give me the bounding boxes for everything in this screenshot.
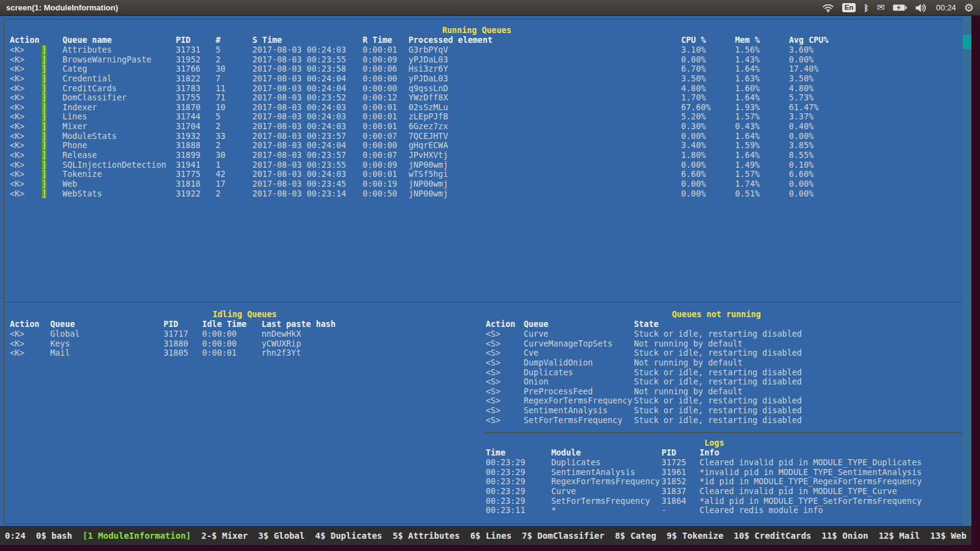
run-time: 0:00:00	[363, 141, 397, 151]
running-queue-row: <K> [] Tokenize 31775 42 2017-08-03 00:2…	[0, 170, 971, 179]
action-key: <S>	[486, 368, 500, 378]
start-time: 2017-08-03 00:24:03	[252, 170, 346, 179]
bracket-close: ]	[42, 103, 47, 113]
col-header-queue-name: Queue name	[62, 36, 112, 45]
start-time: 2017-08-03 00:24:03	[252, 45, 346, 55]
mem-percent: 1.59%	[735, 141, 760, 151]
processed-element: jNP00wmj	[409, 160, 448, 170]
queue-name: BrowseWarningPaste	[62, 55, 151, 65]
start-time: 2017-08-03 00:23:14	[252, 189, 346, 199]
cpu-percent: 5.20%	[681, 112, 706, 122]
wifi-icon[interactable]	[822, 3, 834, 13]
log-pid: 31725	[662, 458, 686, 468]
not-running-queue-row: <S> Curve Stuck or idle, restarting disa…	[0, 329, 971, 339]
queue-state: Not running by default	[634, 387, 742, 397]
queue-name: SetForTermsFrequency	[524, 416, 622, 425]
running-queue-row: <K> [] Lines 31744 5 2017-08-03 00:24:03…	[0, 112, 971, 122]
col-header-queue: Queue	[524, 320, 548, 329]
bracket-close: ]	[42, 151, 47, 160]
action-key: <K>	[10, 103, 24, 113]
terminal-screen[interactable]: Running Queues Action Queue name PID # S…	[0, 15, 971, 526]
count-value: 1	[216, 160, 221, 170]
mem-percent: 1.64%	[735, 151, 760, 160]
cpu-percent: 0.00%	[681, 179, 706, 189]
queue-state: Stuck or idle, restarting disabled	[634, 368, 802, 378]
mem-percent: 0.51%	[735, 189, 760, 199]
queue-name: Duplicates	[524, 368, 573, 378]
cpu-percent: 1.80%	[681, 151, 706, 160]
queue-name: Curve	[524, 329, 548, 339]
queue-state: Not running by default	[634, 339, 742, 349]
screen-window-tab: 8$ Categ	[615, 531, 656, 541]
mem-percent: 1.49%	[735, 160, 760, 170]
running-queue-row: <K> [] DomClassifier 31755 71 2017-08-03…	[0, 93, 971, 103]
log-row: 00:23:29 Curve 31837 Cleared invalid pid…	[0, 487, 971, 497]
running-queue-row: <K> [] Mixer 31704 2 2017-08-03 00:24:03…	[0, 122, 971, 132]
cpu-percent: 1.70%	[681, 93, 706, 103]
screen-window-tab: 7$ DomClassifier	[522, 531, 605, 541]
count-value: 71	[216, 93, 225, 103]
col-header-state: State	[634, 320, 658, 329]
screen-window-tab: 0$ bash	[36, 531, 72, 541]
start-time: 2017-08-03 00:24:03	[252, 103, 346, 113]
screen-status-bar: 0:24 0$ bash [1 ModuleInformation] 2-$ M…	[0, 526, 971, 545]
queue-state: Stuck or idle, restarting disabled	[634, 416, 802, 425]
logs-table: 00:23:29 Duplicates 31725 Cleared invali…	[0, 458, 971, 515]
col-header-processed-element: Processed element	[409, 36, 492, 45]
log-time: 00:23:29	[486, 468, 526, 478]
pid-value: 31704	[176, 122, 200, 132]
col-header-avg-cpu: Avg CPU%	[789, 36, 829, 45]
settings-gear-icon[interactable]: ⚙	[964, 2, 974, 13]
panel-clock[interactable]: 00:24	[936, 3, 956, 12]
running-queue-row: <K> [] Release 31899 30 2017-08-03 00:23…	[0, 151, 971, 160]
action-key: <K>	[10, 189, 24, 199]
log-info: Cleared redis module info	[699, 506, 823, 515]
avg-cpu-percent: 0.00%	[789, 132, 813, 141]
scrollbar[interactable]	[963, 15, 971, 526]
queue-name: SentimentAnalysis	[524, 406, 608, 416]
battery-icon[interactable]	[892, 4, 907, 12]
screen-window-tab: 3$ Global	[258, 531, 305, 541]
not-running-queue-row: <S> Duplicates Stuck or idle, restarting…	[0, 368, 971, 378]
action-key: <K>	[10, 64, 24, 74]
log-row: 00:23:29 RegexForTermsFrequency 31852 *i…	[0, 477, 971, 487]
window-title: screen(1: ModuleInformation)	[0, 3, 118, 12]
logs-title: Logs	[704, 438, 724, 448]
run-time: 0:00:06	[363, 64, 397, 74]
processed-element: gHqrECWA	[409, 141, 448, 151]
avg-cpu-percent: 0.00%	[789, 189, 813, 199]
log-time: 00:23:29	[486, 487, 526, 497]
log-pid: -	[662, 506, 666, 515]
processed-element: JPvHXVtj	[409, 151, 448, 160]
bracket-close: ]	[42, 132, 47, 141]
avg-cpu-percent: 5.73%	[789, 93, 813, 103]
log-module: *	[551, 506, 556, 515]
count-value: 42	[216, 170, 225, 179]
avg-cpu-percent: 3.85%	[789, 141, 813, 151]
not-running-queue-row: <S> Cve Stuck or idle, restarting disabl…	[0, 348, 971, 358]
count-value: 2	[216, 55, 221, 65]
processed-element: 7QCEJHTV	[409, 132, 448, 141]
cpu-percent: 3.10%	[681, 45, 706, 55]
mem-percent: 1.64%	[735, 132, 760, 141]
queue-state: Stuck or idle, restarting disabled	[634, 329, 802, 339]
count-value: 10	[216, 103, 225, 113]
screen-window-tab: 9$ Tokenize	[666, 531, 723, 541]
mail-icon[interactable]: ✉	[877, 3, 885, 12]
bluetooth-icon[interactable]: ᛒ	[864, 4, 869, 12]
mem-percent: 1.93%	[735, 103, 760, 113]
volume-icon[interactable]	[915, 3, 928, 13]
start-time: 2017-08-03 00:23:58	[252, 64, 346, 74]
keyboard-layout-indicator[interactable]: En	[842, 3, 856, 12]
log-module: SetForTermsFrequency	[551, 497, 650, 506]
queues-not-running-table: <S> Curve Stuck or idle, restarting disa…	[0, 329, 971, 425]
pid-value: 31922	[176, 189, 200, 199]
pid-value: 31899	[176, 151, 200, 160]
avg-cpu-percent: 0.40%	[789, 122, 813, 132]
system-tray: En ᛒ ✉ 00:24 ⚙	[822, 2, 980, 13]
scrollbar-thumb[interactable]	[963, 35, 971, 49]
log-module: Duplicates	[551, 458, 601, 468]
processed-element: zLEpPJfB	[409, 112, 448, 122]
queue-name: Attributes	[62, 45, 112, 55]
top-panel: screen(1: ModuleInformation) En ᛒ ✉ 00:2…	[0, 0, 980, 16]
